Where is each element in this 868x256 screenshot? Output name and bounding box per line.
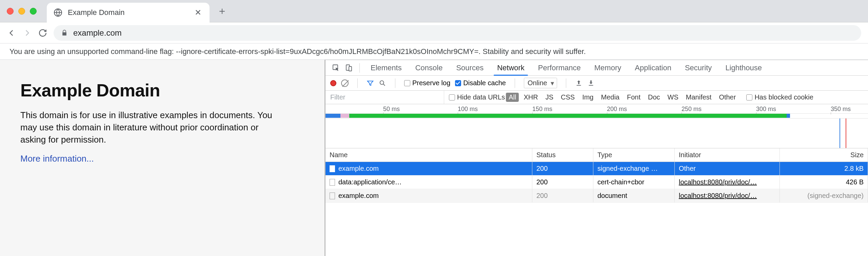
- cell-size: (signed-exchange): [780, 189, 868, 202]
- new-tab-button[interactable]: ＋: [217, 4, 227, 18]
- filter-icon[interactable]: [367, 79, 374, 87]
- tick: 250 ms: [682, 106, 702, 113]
- timeline-chart[interactable]: [326, 118, 868, 148]
- preserve-log-checkbox[interactable]: Preserve log: [404, 79, 450, 87]
- tab-security[interactable]: Security: [678, 60, 718, 75]
- upload-har-icon[interactable]: [575, 79, 583, 87]
- disable-cache-checkbox[interactable]: Disable cache: [455, 79, 506, 87]
- type-js[interactable]: JS: [543, 93, 556, 102]
- type-doc[interactable]: Doc: [645, 93, 663, 102]
- table-header: Name Status Type Initiator Size: [326, 148, 868, 162]
- tick: 100 ms: [458, 106, 478, 113]
- type-manifest[interactable]: Manifest: [683, 93, 714, 102]
- cell-status: 200: [532, 162, 593, 175]
- col-type[interactable]: Type: [593, 148, 675, 162]
- col-name[interactable]: Name: [326, 148, 532, 162]
- infobar-text: You are using an unsupported command-lin…: [9, 47, 586, 56]
- timeline-ruler[interactable]: 50 ms 100 ms 150 ms 200 ms 250 ms 300 ms…: [326, 104, 868, 114]
- tick: 50 ms: [383, 106, 400, 113]
- tab-network[interactable]: Network: [490, 60, 531, 75]
- filter-bar: Hide data URLs All XHR JS CSS Img Media …: [326, 91, 868, 104]
- tab-application[interactable]: Application: [628, 60, 678, 75]
- table-row[interactable]: example.com200signed-exchange …Other2.8 …: [326, 162, 868, 176]
- tab-console[interactable]: Console: [409, 60, 450, 75]
- warning-infobar: You are using an unsupported command-lin…: [0, 43, 868, 60]
- cell-status: 200: [532, 176, 593, 189]
- browser-tab[interactable]: Example Domain ✕: [47, 3, 210, 22]
- devtools-panel: Elements Console Sources Network Perform…: [326, 60, 868, 256]
- table-row[interactable]: data:application/ce…200cert-chain+cborlo…: [326, 176, 868, 189]
- clear-button[interactable]: [341, 79, 349, 87]
- tab-elements[interactable]: Elements: [364, 60, 409, 75]
- requests-table: Name Status Type Initiator Size example.…: [326, 148, 868, 256]
- maximize-window-button[interactable]: [30, 8, 37, 15]
- globe-icon: [54, 8, 62, 17]
- col-status[interactable]: Status: [532, 148, 593, 162]
- more-info-link[interactable]: More information...: [20, 153, 94, 164]
- col-initiator[interactable]: Initiator: [675, 148, 780, 162]
- cell-type: signed-exchange …: [593, 162, 675, 175]
- cell-status: 200: [532, 189, 593, 202]
- cell-initiator: Other: [679, 165, 696, 172]
- separator: [359, 63, 360, 73]
- inspect-element-icon[interactable]: [331, 63, 341, 73]
- tab-memory[interactable]: Memory: [588, 60, 628, 75]
- document-icon: [330, 193, 335, 199]
- tick: 150 ms: [532, 106, 552, 113]
- close-window-button[interactable]: [7, 8, 14, 15]
- type-css[interactable]: CSS: [558, 93, 577, 102]
- col-size[interactable]: Size: [780, 148, 868, 162]
- type-ws[interactable]: WS: [665, 93, 681, 102]
- tab-title: Example Domain: [68, 8, 188, 17]
- cell-size: 426 B: [780, 176, 868, 189]
- throttling-select[interactable]: Online: [524, 78, 557, 88]
- svg-rect-3: [349, 67, 352, 71]
- minimize-window-button[interactable]: [18, 8, 25, 15]
- type-other[interactable]: Other: [716, 93, 738, 102]
- type-media[interactable]: Media: [598, 93, 622, 102]
- svg-point-4: [380, 80, 384, 84]
- lock-icon: [61, 30, 68, 36]
- hide-data-urls-checkbox[interactable]: Hide data URLs: [449, 93, 505, 101]
- type-all[interactable]: All: [506, 93, 519, 102]
- back-button[interactable]: [7, 28, 16, 38]
- tab-performance[interactable]: Performance: [531, 60, 588, 75]
- cell-initiator[interactable]: localhost:8080/priv/doc/…: [679, 192, 757, 200]
- svg-rect-6: [589, 85, 593, 86]
- search-icon[interactable]: [379, 79, 386, 87]
- address-bar[interactable]: example.com: [54, 25, 861, 41]
- document-icon: [330, 165, 335, 172]
- type-font[interactable]: Font: [624, 93, 643, 102]
- tab-lighthouse[interactable]: Lighthouse: [718, 60, 769, 75]
- forward-button[interactable]: [22, 28, 32, 38]
- cell-type: cert-chain+cbor: [593, 176, 675, 189]
- blocked-cookies-checkbox[interactable]: Has blocked cookie: [746, 93, 813, 101]
- tab-close-icon[interactable]: ✕: [193, 6, 203, 19]
- devtools-tabs: Elements Console Sources Network Perform…: [326, 60, 868, 76]
- type-xhr[interactable]: XHR: [521, 93, 540, 102]
- separator: [395, 78, 395, 88]
- download-har-icon[interactable]: [587, 79, 595, 87]
- page-heading: Example Domain: [20, 80, 304, 100]
- record-button[interactable]: [330, 80, 336, 86]
- type-img[interactable]: Img: [579, 93, 596, 102]
- document-icon: [330, 179, 335, 186]
- cell-initiator[interactable]: localhost:8080/priv/doc/…: [679, 178, 757, 186]
- tab-strip: Example Domain ✕ ＋: [0, 0, 868, 22]
- reload-button[interactable]: [38, 28, 47, 38]
- cell-name: example.com: [338, 192, 379, 200]
- filter-input[interactable]: [326, 91, 444, 104]
- timeline-overview[interactable]: [326, 114, 868, 118]
- cell-type: document: [593, 189, 675, 202]
- table-row[interactable]: example.com200documentlocalhost:8080/pri…: [326, 189, 868, 203]
- svg-rect-5: [576, 85, 581, 86]
- separator: [566, 78, 566, 88]
- window-controls: [7, 8, 37, 15]
- separator: [357, 78, 358, 88]
- device-toggle-icon[interactable]: [344, 63, 354, 73]
- cell-name: data:application/ce…: [338, 178, 402, 186]
- tick: 200 ms: [607, 106, 627, 113]
- tab-sources[interactable]: Sources: [449, 60, 490, 75]
- page-content: Example Domain This domain is for use in…: [0, 60, 326, 256]
- tick: 350 ms: [831, 106, 851, 113]
